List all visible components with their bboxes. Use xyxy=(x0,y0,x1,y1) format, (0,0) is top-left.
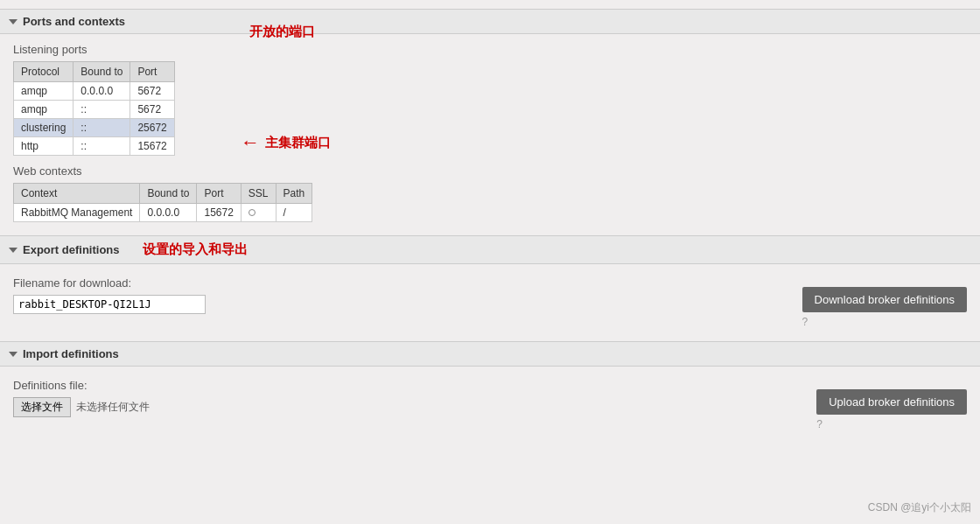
import-section-content: Definitions file: 选择文件 未选择任何文件 Upload br… xyxy=(0,375,980,444)
import-section-title: Import definitions xyxy=(23,347,119,360)
export-right: Download broker definitions ? xyxy=(802,273,967,328)
protocol-cell: clustering xyxy=(14,119,74,137)
col-port: Port xyxy=(197,184,241,204)
import-section-header: Import definitions xyxy=(0,341,980,367)
export-row: Filename for download: Download broker d… xyxy=(13,273,967,328)
export-left: Filename for download: xyxy=(13,273,785,314)
ports-section-header: Ports and contexts xyxy=(0,9,980,34)
bound-to-cell: :: xyxy=(74,137,130,156)
table-row-clustering: clustering :: 25672 xyxy=(14,119,175,137)
col-context: Context xyxy=(14,184,140,204)
col-bound-to: Bound to xyxy=(140,184,197,204)
table-row: http :: 15672 xyxy=(14,137,175,156)
bound-to-cell: :: xyxy=(74,101,130,119)
col-bound-to: Bound to xyxy=(74,62,130,82)
ports-section-title: Ports and contexts xyxy=(23,15,125,28)
choose-file-button[interactable]: 选择文件 xyxy=(13,397,71,417)
port-cell: 25672 xyxy=(130,119,174,137)
bound-to-cell: :: xyxy=(74,119,130,137)
filename-label: Filename for download: xyxy=(13,276,785,290)
web-contexts-wrapper: Web contexts Context Bound to Port SSL P… xyxy=(13,164,967,222)
path-cell: / xyxy=(276,204,312,222)
upload-broker-definitions-button[interactable]: Upload broker definitions xyxy=(816,389,967,415)
protocol-cell: amqp xyxy=(14,101,74,119)
ssl-dot-icon xyxy=(248,209,256,216)
annotation-cluster-port-group: ← 主集群端口 xyxy=(241,133,331,152)
annotation-cluster-port: 主集群端口 xyxy=(265,135,331,151)
import-row: Definitions file: 选择文件 未选择任何文件 Upload br… xyxy=(13,375,967,430)
web-contexts-label: Web contexts xyxy=(13,164,967,178)
ports-section: Ports and contexts Listening ports 开放的端口… xyxy=(0,9,980,235)
export-help-text: ? xyxy=(802,316,808,328)
col-protocol: Protocol xyxy=(14,62,74,82)
annotation-import-export: 设置的导入和导出 xyxy=(143,241,248,258)
web-contexts-table: Context Bound to Port SSL Path RabbitMQ … xyxy=(13,183,312,222)
download-broker-definitions-button[interactable]: Download broker definitions xyxy=(802,287,967,312)
protocol-cell: amqp xyxy=(14,82,74,101)
table-row: amqp 0.0.0.0 5672 xyxy=(14,82,175,101)
port-cell: 5672 xyxy=(130,101,174,119)
export-section-content: Filename for download: Download broker d… xyxy=(0,273,980,341)
file-input-row: 选择文件 未选择任何文件 xyxy=(13,397,799,417)
export-section: Export definitions 设置的导入和导出 Filename for… xyxy=(0,235,980,341)
filename-input[interactable] xyxy=(13,295,206,314)
export-section-header: Export definitions 设置的导入和导出 xyxy=(0,235,980,264)
col-ssl: SSL xyxy=(241,184,276,204)
no-file-text: 未选择任何文件 xyxy=(76,400,150,415)
ssl-cell xyxy=(241,204,276,222)
listening-ports-wrapper: Listening ports 开放的端口 Protocol Bound to … xyxy=(13,43,967,156)
import-section: Import definitions Definitions file: 选择文… xyxy=(0,341,980,444)
toggle-icon-export[interactable] xyxy=(9,248,18,253)
toggle-icon-import[interactable] xyxy=(9,352,18,357)
annotation-open-port: 开放的端口 xyxy=(249,24,315,40)
main-container: Ports and contexts Listening ports 开放的端口… xyxy=(0,0,980,524)
csdn-watermark: CSDN @追yi个小太阳 xyxy=(868,500,971,515)
table-row: amqp :: 5672 xyxy=(14,101,175,119)
import-right: Upload broker definitions ? xyxy=(816,375,967,430)
port-cell: 15672 xyxy=(130,137,174,156)
protocol-cell: http xyxy=(14,137,74,156)
arrow-left-icon: ← xyxy=(241,133,260,152)
col-path: Path xyxy=(276,184,312,204)
table-row: RabbitMQ Management 0.0.0.0 15672 / xyxy=(14,204,312,222)
definitions-file-label: Definitions file: xyxy=(13,379,799,392)
context-cell: RabbitMQ Management xyxy=(14,204,140,222)
bound-to-cell: 0.0.0.0 xyxy=(74,82,130,101)
import-left: Definitions file: 选择文件 未选择任何文件 xyxy=(13,375,799,417)
col-port: Port xyxy=(130,62,174,82)
ports-section-content: Listening ports 开放的端口 Protocol Bound to … xyxy=(0,43,980,235)
listening-ports-table: Protocol Bound to Port amqp 0.0.0.0 5672 xyxy=(13,61,175,156)
export-section-title: Export definitions xyxy=(23,243,120,256)
port-cell: 5672 xyxy=(130,82,174,101)
bound-to-cell: 0.0.0.0 xyxy=(140,204,197,222)
listening-table-container: Protocol Bound to Port amqp 0.0.0.0 5672 xyxy=(13,61,967,156)
port-cell: 15672 xyxy=(197,204,241,222)
listening-ports-label: Listening ports xyxy=(13,43,967,56)
toggle-icon[interactable] xyxy=(9,19,18,24)
import-help-text: ? xyxy=(816,418,822,430)
